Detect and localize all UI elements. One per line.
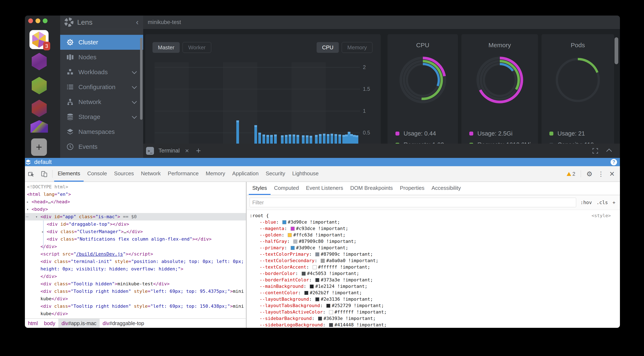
color-swatch[interactable] — [310, 285, 314, 288]
active-namespace-label[interactable]: default — [34, 159, 52, 165]
sidebar-item-network[interactable]: Network — [60, 94, 143, 109]
color-swatch[interactable] — [304, 291, 308, 295]
rule-source-link[interactable]: <style> — [592, 212, 611, 219]
styles-tab-styles[interactable]: Styles — [249, 182, 270, 195]
content-scrollbar[interactable] — [614, 37, 618, 64]
code-line[interactable]: ▸<head>…</head> — [25, 198, 246, 205]
sidebar-item-storage[interactable]: Storage — [60, 109, 143, 124]
code-line[interactable]: ⋯▾<div id="app" class="is-mac"> == $0 — [25, 213, 246, 220]
expand-arrow-right-icon[interactable]: ▸ — [42, 228, 44, 235]
color-swatch[interactable] — [321, 259, 325, 263]
workspace-item[interactable] — [30, 53, 48, 70]
breadcrumb-item[interactable]: div#app.is-mac — [58, 319, 100, 328]
rule-selector[interactable]: :root { — [250, 212, 620, 219]
zoom-window-button[interactable] — [43, 18, 48, 23]
sidebar-item-cluster[interactable]: Cluster — [60, 35, 143, 50]
tab-memory[interactable]: Memory — [202, 166, 229, 181]
more-options-kebab-icon[interactable]: ⋮ — [598, 170, 604, 178]
color-swatch[interactable] — [315, 278, 319, 282]
color-swatch[interactable] — [293, 240, 297, 243]
styles-tab-accessibility[interactable]: Accessibility — [428, 182, 464, 195]
metric-tab-memory[interactable]: Memory — [342, 42, 372, 53]
css-var-row[interactable]: --layoutBackground: #2e3136 !important; — [250, 296, 620, 302]
workspace-item-active[interactable]: 3 — [30, 30, 48, 49]
code-line[interactable]: <script src="/build/LensDev.js"></script… — [25, 250, 246, 258]
color-swatch[interactable] — [326, 304, 330, 308]
css-var-row[interactable]: --textColorSecondary: #a0a0a0 !important… — [250, 257, 620, 264]
css-var-row[interactable]: --blue: #3d90ce !important; — [250, 219, 620, 225]
add-workspace-button[interactable]: + — [31, 138, 47, 156]
tab-performance[interactable]: Performance — [164, 166, 202, 181]
css-var-row[interactable]: --layoutTabsBackground: #252729 !importa… — [250, 302, 620, 309]
color-swatch[interactable] — [318, 317, 322, 321]
styles-tab-computed[interactable]: Computed — [270, 182, 302, 195]
sidebar-scrollbar[interactable] — [140, 38, 142, 120]
code-line[interactable]: <html lang="en"> — [25, 191, 246, 198]
tab-network[interactable]: Network — [137, 166, 164, 181]
terminal-icon[interactable]: >_ — [146, 147, 154, 155]
sidebar-item-namespaces[interactable]: Namespaces — [60, 124, 143, 139]
devtools-close-icon[interactable]: × — [609, 170, 614, 178]
color-swatch[interactable] — [313, 265, 316, 269]
sidebar-item-workloads[interactable]: Workloads — [60, 65, 143, 80]
expand-fullscreen-icon[interactable] — [592, 148, 598, 154]
minimize-window-button[interactable] — [36, 18, 40, 23]
styles-filter-input[interactable] — [250, 198, 576, 207]
tab-security[interactable]: Security — [262, 166, 289, 181]
css-var-row[interactable]: --textColorAccent: #ffffff !important; — [250, 264, 620, 270]
terminal-add-icon[interactable]: + — [196, 146, 201, 156]
color-swatch[interactable] — [288, 233, 292, 237]
color-swatch[interactable] — [315, 252, 319, 256]
console-warnings-badge[interactable]: 2 — [566, 171, 575, 177]
help-icon[interactable]: ? — [610, 159, 617, 165]
code-line[interactable]: <div class="Notifications flex column al… — [25, 235, 246, 243]
code-line[interactable]: <div id="draggable-top"></div> — [25, 220, 246, 228]
color-swatch[interactable] — [329, 323, 333, 327]
css-var-row[interactable]: --layoutTabsActiveColor: #ffffff !import… — [250, 309, 620, 315]
code-line[interactable]: ▸<div class="ClusterManager">…</div> — [25, 228, 246, 235]
inspect-element-icon[interactable] — [25, 166, 38, 181]
css-var-row[interactable]: --halfGray: #87909c80 !important; — [250, 238, 620, 244]
tab-console[interactable]: Console — [84, 166, 110, 181]
css-var-row[interactable]: --borderColor: #4c5053 !important; — [250, 270, 620, 277]
tab-elements[interactable]: Elements — [54, 166, 84, 181]
css-var-row[interactable]: --sidebarBackground: #36393e !important; — [250, 315, 620, 322]
css-var-row[interactable]: --borderFaintColor: #373a3e !important; — [250, 277, 620, 283]
breadcrumb-item[interactable]: div#draggable-top — [100, 319, 147, 328]
color-swatch[interactable] — [291, 246, 294, 250]
code-line[interactable]: <div class="Tooltip right hidden" style=… — [25, 303, 246, 318]
color-swatch[interactable] — [291, 227, 294, 231]
color-swatch[interactable] — [302, 272, 306, 276]
color-swatch[interactable] — [315, 297, 319, 301]
sidebar-collapse-icon[interactable]: ‹ — [136, 18, 138, 26]
node-tab-master[interactable]: Master — [152, 42, 180, 53]
css-var-row[interactable]: --golden: #ffc63d !important; — [250, 232, 620, 238]
terminal-close-icon[interactable]: × — [185, 147, 189, 155]
css-var-row[interactable]: --mainBackground: #1e2124 !important; — [250, 283, 620, 290]
sidebar-item-configuration[interactable]: Configuration — [60, 80, 143, 94]
breadcrumb-item[interactable]: body — [41, 319, 58, 328]
code-line[interactable]: <!DOCTYPE html> — [25, 183, 246, 191]
css-var-row[interactable]: --textColorPrimary: #87909c !important; — [250, 251, 620, 257]
new-style-rule-button[interactable]: + — [612, 200, 615, 205]
tab-sources[interactable]: Sources — [110, 166, 137, 181]
workspace-item[interactable] — [30, 100, 48, 117]
more-actions-ellipsis[interactable]: ⋯ — [26, 213, 28, 220]
terminal-tab[interactable]: Terminal — [158, 148, 180, 154]
close-window-button[interactable] — [28, 18, 33, 23]
css-var-row[interactable]: --primary: #3d90ce !important; — [250, 244, 620, 251]
css-var-row[interactable]: --sidebarLogoBackground: #414448 !import… — [250, 322, 620, 328]
collapse-terminal-icon[interactable] — [606, 149, 612, 154]
expand-arrow-right-icon[interactable]: ▸ — [26, 198, 29, 205]
metric-tab-cpu[interactable]: CPU — [316, 42, 339, 53]
sidebar-item-nodes[interactable]: Nodes — [60, 50, 143, 65]
code-line[interactable]: <div class="Tooltip hidden">minikube-tes… — [25, 280, 246, 288]
code-line[interactable]: <div class="Tooltip right hidden" style=… — [25, 318, 246, 318]
workspace-item[interactable] — [30, 120, 48, 133]
css-var-row[interactable]: --contentColor: #262b2f !important; — [250, 290, 620, 296]
code-line[interactable]: <div class="Tooltip right hidden" style=… — [25, 288, 246, 303]
toggle-element-state-button[interactable]: :hov — [580, 200, 592, 205]
expand-arrow-down-icon[interactable]: ▾ — [36, 213, 38, 220]
tab-lighthouse[interactable]: Lighthouse — [288, 166, 322, 181]
tab-application[interactable]: Application — [229, 166, 262, 181]
